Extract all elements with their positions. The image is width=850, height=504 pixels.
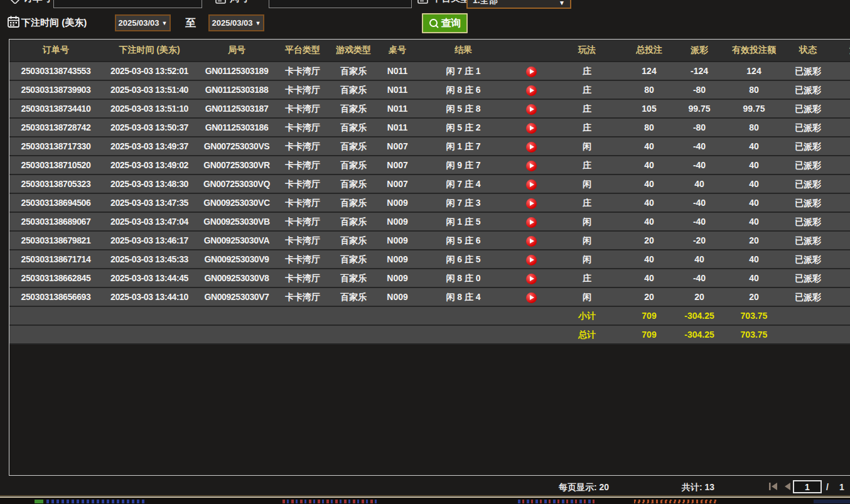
form-icon: [417, 0, 428, 4]
summary-empty-cell: [196, 307, 277, 324]
play-video-button[interactable]: [526, 161, 537, 171]
play-video-button[interactable]: [526, 85, 537, 96]
cell-status: 已派彩: [785, 119, 831, 136]
cell-status: 已派彩: [785, 194, 831, 212]
cell-bet-time: 2025-03-03 13:47:35: [102, 194, 196, 212]
cell-bet-time: 2025-03-03 13:49:02: [102, 156, 196, 174]
cell-total-bet: 40: [622, 156, 676, 174]
cell-table-no: N007: [379, 156, 416, 174]
cell-extra: [831, 156, 850, 174]
play-video-button[interactable]: [526, 198, 537, 209]
records-table: 订单号下注时间 (美东)局号平台类型游戏类型桌号结果玩法总投注派彩有效投注额状态…: [9, 39, 850, 476]
cell-extra: [831, 213, 850, 230]
column-header: 订单号: [9, 40, 102, 61]
round-number-input[interactable]: [269, 0, 412, 8]
play-video-button[interactable]: [526, 123, 537, 134]
cell-wager-type: 闲: [552, 250, 622, 268]
play-video-button[interactable]: [526, 292, 537, 303]
summary-empty-cell: [102, 307, 196, 324]
cell-platform: 卡卡湾厅: [277, 62, 328, 80]
cell-round-no: GN01125303187: [196, 100, 277, 117]
cell-extra: [831, 175, 850, 193]
cell-game-type: 百家乐: [328, 175, 379, 193]
summary-empty-cell: [416, 326, 510, 343]
cell-payout: 99.75: [676, 100, 723, 117]
cell-round-no: GN009253030V7: [196, 288, 277, 306]
cell-round-no: GN009253030V8: [196, 269, 277, 287]
play-video-button[interactable]: [526, 180, 537, 190]
summary-empty-cell: [785, 326, 831, 343]
summary-empty-cell: [328, 326, 379, 343]
pagination-bar: 每页显示: 20 共计: 13 / 1: [0, 476, 850, 496]
query-button-label: 查询: [441, 17, 461, 30]
cell-platform: 卡卡湾厅: [277, 156, 328, 174]
play-video-button[interactable]: [526, 274, 537, 284]
summary-empty-cell: [9, 307, 102, 324]
play-video-button[interactable]: [526, 236, 537, 247]
per-page-label: 每页显示: 20: [559, 482, 609, 493]
cell-order-no: 250303138679821: [9, 232, 102, 249]
cell-game-type: 百家乐: [328, 288, 379, 306]
play-video-button[interactable]: [526, 67, 537, 77]
prev-page-button[interactable]: [784, 483, 791, 490]
cell-payout: -80: [676, 119, 723, 136]
cell-payout: -40: [676, 269, 723, 287]
cell-table-no: N011: [379, 119, 416, 136]
cell-payout: -40: [676, 137, 723, 155]
cell-round-no: GN007253030VQ: [196, 175, 277, 193]
cell-result: 闲 5 庄 2: [416, 119, 510, 136]
play-video-button[interactable]: [526, 255, 537, 265]
cell-extra: [831, 100, 850, 117]
summary-empty-cell: [510, 307, 552, 324]
cell-table-no: N011: [379, 62, 416, 80]
cell-result: 闲 8 庄 4: [416, 288, 510, 306]
table-row: 2503031387105202025-03-03 13:49:02GN0072…: [9, 156, 850, 175]
cell-result: 闲 7 庄 1: [416, 62, 510, 80]
card-icon: [215, 0, 226, 4]
cell-bet-time: 2025-03-03 13:45:33: [102, 250, 196, 268]
cell-bet-time: 2025-03-03 13:51:40: [102, 81, 196, 99]
date-to-picker[interactable]: 2025/03/03 ▼: [208, 14, 264, 31]
cell-round-no: GN009253030V9: [196, 250, 277, 268]
platform-type-select[interactable]: 1.全部 ▼: [466, 0, 571, 9]
cell-round-no: GN007253030VR: [196, 156, 277, 174]
page-input[interactable]: [793, 480, 822, 493]
cell-payout: -80: [676, 81, 723, 99]
summary-empty-cell: [9, 326, 102, 343]
cell-wager-type: 庄: [552, 194, 622, 212]
summary-empty-cell: [102, 326, 196, 343]
cell-bet-time: 2025-03-03 13:50:37: [102, 119, 196, 136]
cell-wager-type: 庄: [552, 269, 622, 287]
summary-empty-cell: [510, 326, 552, 343]
order-number-input[interactable]: [53, 0, 202, 8]
play-video-button[interactable]: [526, 104, 537, 115]
window-border-line: [0, 495, 850, 496]
play-video-button[interactable]: [526, 217, 537, 228]
column-header: 游: [831, 40, 850, 61]
cell-platform: 卡卡湾厅: [277, 194, 328, 212]
column-header: 桌号: [379, 40, 416, 61]
cell-wager-type: 闲: [552, 213, 622, 230]
chevron-down-icon: ▼: [559, 0, 565, 6]
cell-order-no: 250303138662845: [9, 269, 102, 287]
cell-result: 闲 8 庄 6: [416, 81, 510, 99]
cell-platform: 卡卡湾厅: [277, 175, 328, 193]
cell-wager-type: 闲: [552, 232, 622, 249]
cell-valid-bet: 40: [723, 250, 785, 268]
cell-platform: 卡卡湾厅: [277, 269, 328, 287]
table-row: 2503031386945062025-03-03 13:47:35GN0092…: [9, 194, 850, 213]
cell-game-type: 百家乐: [328, 156, 379, 174]
cell-table-no: N009: [379, 269, 416, 287]
column-header: 下注时间 (美东): [102, 40, 196, 61]
cell-game-type: 百家乐: [328, 232, 379, 249]
cell-total-bet: 124: [622, 62, 676, 80]
cell-result: 闲 1 庄 5: [416, 213, 510, 230]
cell-extra: [831, 288, 850, 306]
query-button[interactable]: 查询: [422, 13, 468, 33]
cell-replay: [510, 288, 552, 306]
column-header: 有效投注额: [723, 40, 785, 61]
cell-wager-type: 庄: [552, 81, 622, 99]
first-page-button[interactable]: [769, 483, 778, 490]
play-video-button[interactable]: [526, 142, 537, 153]
date-from-picker[interactable]: 2025/03/03 ▼: [115, 14, 171, 31]
